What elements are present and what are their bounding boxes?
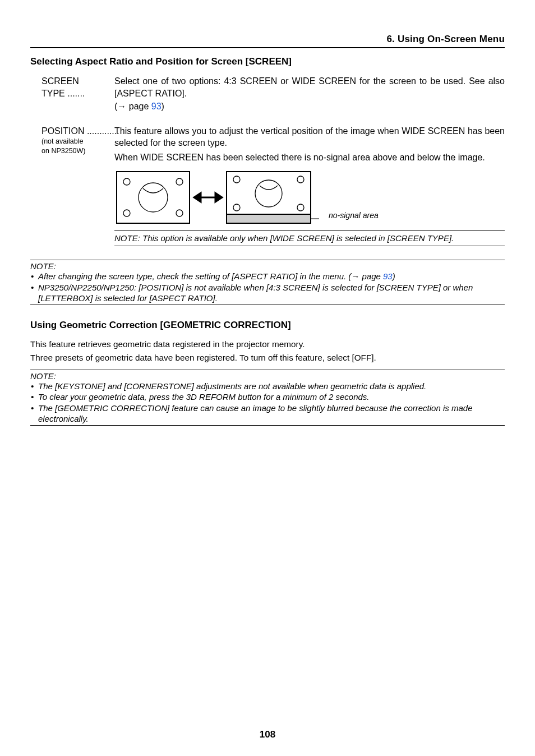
- screen-type-desc: Select one of two options: 4:3 SCREEN or…: [114, 75, 505, 113]
- spacer: [30, 116, 505, 125]
- svg-point-5: [139, 183, 168, 212]
- position-desc2: When WIDE SCREEN has been selected there…: [114, 151, 505, 164]
- aspect-diagram-svg: [114, 169, 356, 225]
- position-desc: This feature allows you to adjust the ve…: [114, 125, 505, 246]
- geo-note-1: The [KEYSTONE] and [CORNERSTONE] adjustm…: [30, 381, 505, 392]
- position-subnote1: (not available: [41, 137, 114, 146]
- page-link-93[interactable]: 93: [151, 102, 162, 111]
- chapter-header: 6. Using On-Screen Menu: [30, 34, 505, 48]
- page-link-93b[interactable]: 93: [383, 271, 393, 281]
- svg-marker-8: [215, 193, 222, 202]
- inline-note-text: NOTE: This option is available only when…: [114, 233, 454, 243]
- screen-type-term: SCREEN TYPE .......: [30, 75, 114, 99]
- svg-point-10: [233, 176, 240, 183]
- geo-heading: Using Geometric Correction [GEOMETRIC CO…: [30, 320, 505, 331]
- position-desc1: This feature allows you to adjust the ve…: [114, 125, 505, 149]
- svg-rect-15: [227, 214, 311, 223]
- svg-point-11: [297, 176, 304, 183]
- position-subnote2: on NP3250W): [41, 146, 114, 156]
- geo-body2: Three presets of geometric data have bee…: [30, 352, 505, 364]
- ref-suffix: ): [162, 102, 164, 111]
- page-ref: (→ page 93): [114, 102, 164, 111]
- svg-point-2: [176, 178, 183, 185]
- geo-body1: This feature retrieves geometric data re…: [30, 339, 505, 351]
- term-text: POSITION: [41, 126, 84, 136]
- screen-type-row: SCREEN TYPE ....... Select one of two op…: [30, 75, 505, 113]
- geo-note-block: NOTE: The [KEYSTONE] and [CORNERSTONE] a…: [30, 370, 505, 426]
- desc-text: Select one of two options: 4:3 SCREEN or…: [114, 76, 505, 98]
- note-label: NOTE:: [30, 261, 505, 271]
- screen-heading: Selecting Aspect Ratio and Position for …: [30, 56, 505, 67]
- position-row: POSITION ............. (not available on…: [30, 125, 505, 246]
- page-number: 108: [0, 729, 535, 740]
- note2-text: NP3250/NP2250/NP1250: [POSITION] is not …: [38, 283, 473, 303]
- svg-point-3: [123, 210, 130, 216]
- position-term: POSITION ............. (not available on…: [30, 125, 114, 156]
- svg-point-4: [176, 210, 183, 216]
- svg-point-14: [255, 180, 282, 207]
- screen-note-block: NOTE: After changing the screen type, ch…: [30, 260, 505, 305]
- note-item-1: After changing the screen type, check th…: [30, 271, 505, 282]
- term-dots: .............: [87, 126, 119, 136]
- ref-prefix: (→ page: [114, 102, 151, 111]
- geo-note-3: The [GEOMETRIC CORRECTION] feature can c…: [30, 403, 505, 425]
- svg-rect-0: [117, 172, 190, 223]
- note1-pre: After changing the screen type, check th…: [38, 271, 383, 281]
- no-signal-label: no-signal area: [329, 210, 379, 221]
- term-dots: .......: [67, 89, 85, 98]
- svg-point-12: [233, 204, 240, 211]
- note1-post: ): [393, 271, 395, 281]
- svg-point-1: [123, 178, 130, 185]
- position-diagram: no-signal area: [114, 169, 505, 225]
- page-container: 6. Using On-Screen Menu Selecting Aspect…: [0, 0, 535, 756]
- geo-note-label: NOTE:: [30, 371, 505, 381]
- note-item-2: NP3250/NP2250/NP1250: [POSITION] is not …: [30, 282, 505, 304]
- geo-note-2: To clear your geometric data, press the …: [30, 391, 505, 403]
- svg-marker-7: [194, 193, 201, 202]
- position-inline-note: NOTE: This option is available only when…: [114, 230, 505, 247]
- svg-point-13: [297, 204, 304, 211]
